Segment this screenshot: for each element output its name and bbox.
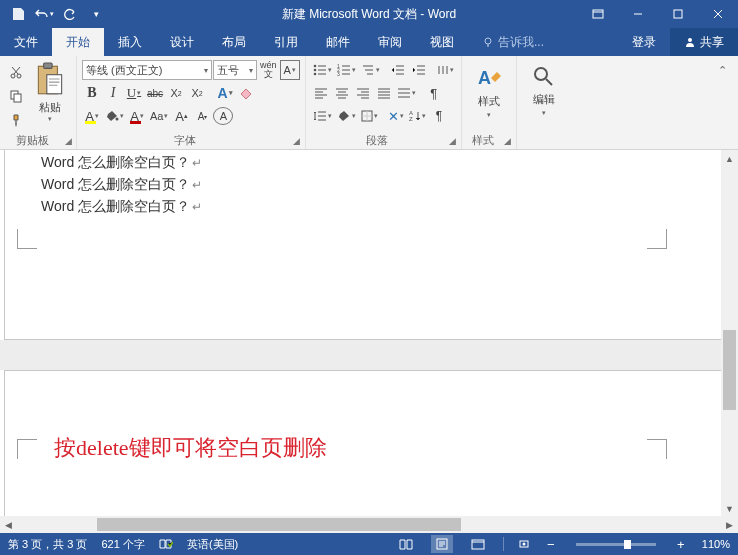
text-direction-button[interactable] [435, 60, 456, 80]
zoom-in-button[interactable]: + [674, 537, 688, 552]
font-name-combo[interactable]: 等线 (西文正文)▾ [82, 60, 212, 80]
doc-line-2[interactable]: Word 怎么删除空白页？↵ [41, 176, 202, 194]
scroll-right-button[interactable]: ▶ [721, 516, 738, 533]
multilevel-list-button[interactable] [359, 60, 382, 80]
tab-view[interactable]: 视图 [416, 28, 468, 56]
format-painter-button[interactable] [5, 110, 27, 130]
align-justify-button[interactable] [374, 83, 394, 103]
styles-dialog-launcher[interactable]: ◢ [502, 135, 514, 147]
doc-line-1[interactable]: Word 怎么删除空白页？↵ [41, 154, 202, 172]
numbering-button[interactable]: 123 [335, 60, 358, 80]
tab-review[interactable]: 审阅 [364, 28, 416, 56]
paste-icon [34, 62, 66, 98]
show-marks-button[interactable]: ¶ [424, 83, 444, 103]
zoom-level[interactable]: 110% [702, 538, 730, 550]
italic-button[interactable]: I [103, 83, 123, 103]
paragraph-dialog-launcher[interactable]: ◢ [447, 135, 459, 147]
hscroll-track[interactable] [17, 516, 721, 533]
save-button[interactable] [6, 2, 30, 26]
minimize-button[interactable] [618, 0, 658, 28]
paste-button[interactable]: 粘贴 ▾ [29, 60, 71, 135]
document-area[interactable]: Word 怎么删除空白页？↵ Word 怎么删除空白页？↵ Word 怎么删除空… [0, 150, 738, 533]
scroll-left-button[interactable]: ◀ [0, 516, 17, 533]
grow-font-button[interactable]: A▴ [171, 106, 191, 126]
tab-file[interactable]: 文件 [0, 28, 52, 56]
word-count[interactable]: 621 个字 [101, 537, 144, 552]
char-border-button[interactable]: A [280, 60, 300, 80]
bullets-button[interactable] [311, 60, 334, 80]
tell-me-search[interactable]: 告诉我... [468, 28, 558, 56]
tab-home[interactable]: 开始 [52, 28, 104, 56]
zoom-out-button[interactable]: − [544, 537, 558, 552]
qat-customize[interactable]: ▾ [84, 2, 108, 26]
align-right-button[interactable] [353, 83, 373, 103]
decrease-indent-button[interactable] [388, 60, 408, 80]
strikethrough-button[interactable]: abc [145, 83, 165, 103]
vertical-scroll-thumb[interactable] [723, 330, 736, 410]
print-layout-button[interactable] [431, 535, 453, 553]
read-mode-button[interactable] [395, 535, 417, 553]
cut-button[interactable] [5, 62, 27, 82]
enclose-char-button[interactable]: A [213, 107, 233, 125]
tab-references[interactable]: 引用 [260, 28, 312, 56]
styles-button[interactable]: A 样式 ▾ [467, 60, 511, 135]
font-dialog-launcher[interactable]: ◢ [291, 135, 303, 147]
copy-button[interactable] [5, 86, 27, 106]
zoom-slider-thumb[interactable] [624, 540, 631, 549]
font-size-combo[interactable]: 五号▾ [213, 60, 257, 80]
zoom-slider[interactable] [576, 543, 656, 546]
reveal-formatting-button[interactable]: ¶ [429, 106, 449, 126]
redo-button[interactable] [58, 2, 82, 26]
align-left-button[interactable] [311, 83, 331, 103]
ribbon-display-options[interactable] [578, 0, 618, 28]
superscript-button[interactable]: X2 [187, 83, 207, 103]
login-button[interactable]: 登录 [618, 28, 670, 56]
close-button[interactable] [698, 0, 738, 28]
borders-button[interactable] [359, 106, 380, 126]
page-indicator[interactable]: 第 3 页，共 3 页 [8, 537, 87, 552]
tab-mailings[interactable]: 邮件 [312, 28, 364, 56]
clear-format-button[interactable] [236, 83, 256, 103]
align-center-button[interactable] [332, 83, 352, 103]
svg-point-2 [485, 38, 491, 44]
change-case-button[interactable]: Aa [148, 106, 170, 126]
horizontal-scrollbar[interactable]: ◀ ▶ [0, 516, 738, 533]
bold-button[interactable]: B [82, 83, 102, 103]
undo-button[interactable]: ▾ [32, 2, 56, 26]
shrink-font-button[interactable]: A▾ [192, 106, 212, 126]
web-layout-button[interactable] [467, 535, 489, 553]
redo-icon [63, 8, 77, 20]
tab-design[interactable]: 设计 [156, 28, 208, 56]
line-spacing-button[interactable] [311, 106, 334, 126]
editing-button[interactable]: 编辑 ▾ [522, 60, 566, 135]
maximize-button[interactable] [658, 0, 698, 28]
share-button[interactable]: 共享 [670, 28, 738, 56]
sort-button[interactable]: AZ [407, 106, 428, 126]
group-paragraph: 123 ¶ [306, 56, 462, 149]
increase-indent-button[interactable] [409, 60, 429, 80]
macro-record-button[interactable] [518, 538, 530, 550]
tab-layout[interactable]: 布局 [208, 28, 260, 56]
subscript-button[interactable]: X2 [166, 83, 186, 103]
collapse-ribbon-button[interactable]: ⌃ [712, 60, 732, 80]
scroll-down-button[interactable]: ▼ [721, 500, 738, 517]
page-1-bottom[interactable]: Word 怎么删除空白页？↵ Word 怎么删除空白页？↵ Word 怎么删除空… [4, 150, 738, 340]
distribute-button[interactable] [395, 83, 418, 103]
font-color-button[interactable]: A [127, 106, 147, 126]
phonetic-guide-button[interactable]: wén文 [258, 60, 279, 80]
language-indicator[interactable]: 英语(美国) [187, 537, 238, 552]
char-shading-button[interactable] [103, 106, 126, 126]
text-effects-button[interactable]: A [215, 83, 235, 103]
vertical-scrollbar[interactable]: ▲ ▼ [721, 150, 738, 517]
paragraph-group-label: 段落 [306, 133, 449, 148]
shading-button[interactable] [335, 106, 358, 126]
asian-layout-button[interactable]: ✕ [386, 106, 406, 126]
highlight-button[interactable]: A [82, 106, 102, 126]
clipboard-dialog-launcher[interactable]: ◢ [62, 135, 74, 147]
scroll-up-button[interactable]: ▲ [721, 150, 738, 167]
horizontal-scroll-thumb[interactable] [97, 518, 461, 531]
tab-insert[interactable]: 插入 [104, 28, 156, 56]
doc-line-3[interactable]: Word 怎么删除空白页？↵ [41, 198, 202, 216]
spell-check-status[interactable] [159, 538, 173, 550]
underline-button[interactable]: U [124, 83, 144, 103]
